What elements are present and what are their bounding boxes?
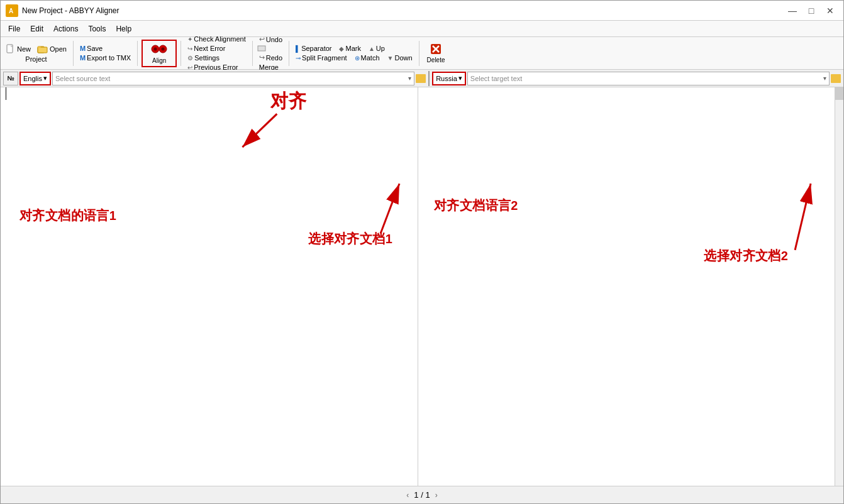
match-button[interactable]: ⊛ Match — [352, 53, 382, 62]
source-target-bar: № Englis ▾ Select source text ▾ Russia ▾… — [1, 70, 843, 87]
settings-label: Settings — [194, 54, 219, 62]
separator-4 — [252, 41, 253, 66]
separator-1 — [73, 41, 74, 66]
target-text-selector[interactable]: Select target text ▾ — [467, 72, 830, 85]
check-group: ✦ Check Alignment ↪ Next Error ⚙ Setting… — [185, 35, 248, 72]
source-text-selector[interactable]: Select source text ▾ — [52, 72, 414, 85]
app-icon: A — [6, 4, 18, 17]
separator-2 — [137, 41, 138, 66]
save-button[interactable]: M Save — [77, 44, 133, 53]
redo-button[interactable]: ↪ Redo — [257, 53, 285, 62]
next-error-label: Next Error — [194, 45, 225, 52]
svg-point-9 — [162, 47, 165, 50]
source-text-placeholder: Select source text — [55, 75, 110, 82]
source-dropdown-icon: ▾ — [408, 75, 411, 82]
language2-value: Russia — [436, 75, 457, 82]
align-icon — [150, 43, 168, 57]
undo-group: ↩ Undo ↪ Redo Merge — [257, 35, 285, 72]
mark-label: Mark — [345, 45, 360, 52]
align-button[interactable]: Align — [143, 41, 175, 65]
undo-button[interactable]: ↩ Undo — [257, 35, 285, 44]
column-number: № — [3, 72, 18, 85]
save-label: Save — [87, 45, 103, 52]
cursor — [6, 87, 6, 100]
svg-text:A: A — [9, 8, 13, 14]
main-content: 对齐 对齐文档的语言1 对齐文档语言2 选择对齐文档1 选择对齐文档2 — [1, 87, 843, 486]
separator-tool-button[interactable]: ▌ Separator — [293, 44, 334, 53]
open-label: Open — [50, 45, 67, 53]
next-error-button[interactable]: ↪ Next Error — [185, 44, 248, 53]
target-dropdown-icon: ▾ — [823, 75, 826, 82]
main-window: A New Project - ABBYY Aligner — □ ✕ File… — [0, 0, 844, 504]
match-label: Match — [361, 54, 380, 62]
left-pane[interactable] — [1, 87, 418, 486]
open-button[interactable]: Open — [35, 43, 69, 55]
export-label: Export to TMX — [87, 54, 131, 62]
language1-dropdown-icon: ▾ — [43, 74, 47, 82]
menu-file[interactable]: File — [3, 23, 25, 35]
new-button[interactable]: New — [3, 43, 33, 55]
right-pane[interactable] — [418, 87, 835, 486]
split-fragment-button[interactable]: ⊸ Split Fragment — [293, 53, 350, 62]
separator-3 — [180, 41, 181, 66]
up-button[interactable]: ▲ Up — [366, 44, 387, 53]
project-button[interactable]: Project — [3, 55, 69, 63]
undo-label: Undo — [266, 36, 282, 43]
minimize-button[interactable]: — — [784, 4, 801, 17]
check-alignment-label: Check Alignment — [194, 35, 246, 43]
settings-button[interactable]: ⚙ Settings — [185, 53, 248, 62]
new-label: New — [17, 45, 31, 53]
language1-selector[interactable]: Englis ▾ — [19, 72, 51, 85]
menubar: File Edit Actions Tools Help — [1, 21, 843, 37]
separator-5 — [289, 41, 289, 66]
menu-edit[interactable]: Edit — [25, 23, 48, 35]
up-label: Up — [376, 45, 385, 52]
maximize-button[interactable]: □ — [803, 4, 819, 17]
page-navigation: ‹ 1 / 1 › — [406, 490, 437, 500]
pane-divider — [428, 71, 430, 86]
mark-button[interactable]: ◆ Mark — [336, 44, 363, 53]
export-tmx-button[interactable]: M Export to TMX — [77, 53, 133, 62]
delete-icon — [430, 43, 441, 57]
svg-point-8 — [154, 47, 157, 50]
toolbar: New Open Project — [1, 37, 843, 70]
check-alignment-button[interactable]: ✦ Check Alignment — [185, 35, 248, 43]
edit-group: ▌ Separator ◆ Mark ▲ Up ⊸ Split Fragment — [293, 44, 415, 62]
close-button[interactable]: ✕ — [822, 4, 838, 17]
statusbar: ‹ 1 / 1 › — [1, 486, 843, 503]
window-controls: — □ ✕ — [784, 4, 838, 17]
window-title: New Project - ABBYY Aligner — [22, 6, 784, 15]
separator-tool-label: Separator — [301, 45, 331, 52]
split-fragment-label: Split Fragment — [302, 54, 347, 62]
svg-rect-4 — [38, 47, 47, 53]
target-file-icon[interactable] — [831, 74, 841, 83]
down-button[interactable]: ▼ Down — [385, 53, 415, 62]
align-label: Align — [152, 57, 166, 64]
page-indicator: 1 / 1 — [414, 490, 430, 500]
source-file-icon[interactable] — [416, 74, 426, 83]
language2-selector[interactable]: Russia ▾ — [432, 72, 466, 85]
project-label: Project — [25, 55, 47, 63]
language1-value: Englis — [23, 75, 42, 82]
redo-label: Redo — [266, 54, 282, 62]
separator-6 — [419, 41, 419, 66]
scrollbar[interactable] — [835, 87, 843, 486]
target-text-placeholder: Select target text — [470, 75, 523, 82]
titlebar: A New Project - ABBYY Aligner — □ ✕ — [1, 1, 843, 21]
down-label: Down — [394, 54, 412, 62]
svg-rect-5 — [38, 47, 41, 48]
next-page-button[interactable]: › — [435, 491, 438, 500]
align-highlight-box: Align — [142, 40, 177, 67]
prev-page-button[interactable]: ‹ — [406, 491, 409, 500]
language2-dropdown-icon: ▾ — [458, 74, 462, 82]
menu-help[interactable]: Help — [111, 23, 136, 35]
menu-actions[interactable]: Actions — [48, 23, 83, 35]
delete-button[interactable]: Delete — [423, 42, 449, 65]
svg-rect-10 — [258, 46, 265, 51]
menu-tools[interactable]: Tools — [83, 23, 111, 35]
delete-label: Delete — [427, 57, 445, 63]
